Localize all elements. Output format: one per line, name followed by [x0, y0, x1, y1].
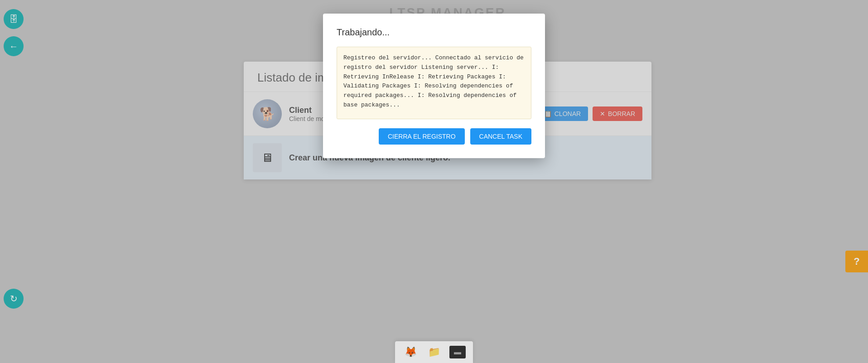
modal-actions: CIERRA EL REGISTRO CANCEL TASK: [337, 128, 531, 145]
close-log-button[interactable]: CIERRA EL REGISTRO: [379, 128, 465, 145]
log-area: Registreo del servidor... Connectado al …: [337, 47, 531, 119]
modal-title: Trabajando...: [337, 27, 531, 38]
working-modal: Trabajando... Registreo del servidor... …: [323, 14, 545, 158]
cancel-task-button[interactable]: CANCEL TASK: [470, 128, 531, 145]
modal-backdrop: Trabajando... Registreo del servidor... …: [0, 0, 868, 363]
